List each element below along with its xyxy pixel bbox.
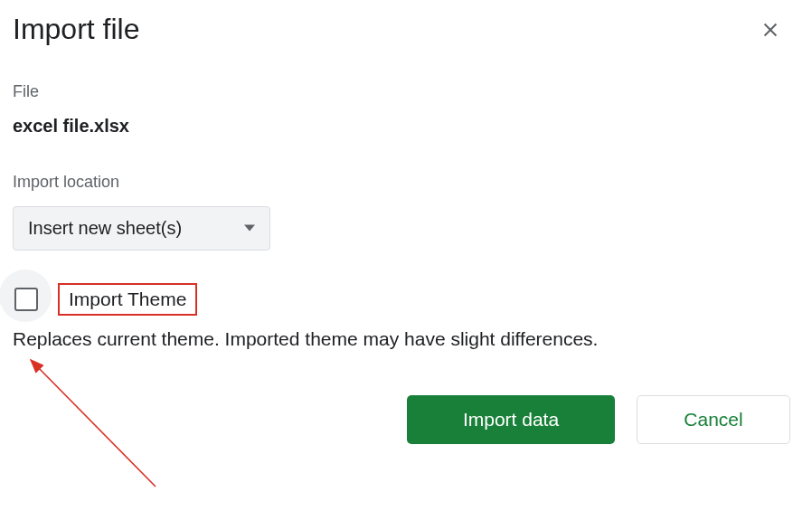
- close-button[interactable]: [760, 19, 781, 41]
- import-location-label: Import location: [13, 173, 799, 192]
- dialog-header: Import file: [13, 13, 799, 46]
- file-label: File: [13, 82, 799, 101]
- svg-marker-2: [244, 224, 255, 231]
- import-location-dropdown[interactable]: Insert new sheet(s): [13, 206, 270, 251]
- annotation-highlight-box: Import Theme: [58, 283, 197, 316]
- dropdown-selected-value: Insert new sheet(s): [28, 218, 182, 239]
- caret-down-icon: [244, 221, 255, 237]
- dialog-button-row: Import data Cancel: [13, 395, 799, 444]
- import-theme-label: Import Theme: [69, 289, 186, 309]
- dialog-title: Import file: [13, 13, 139, 46]
- import-data-button[interactable]: Import data: [407, 395, 615, 444]
- close-icon: [760, 20, 780, 40]
- file-name: excel file.xlsx: [13, 116, 799, 137]
- cancel-button[interactable]: Cancel: [637, 395, 790, 444]
- import-theme-checkbox[interactable]: [14, 288, 38, 311]
- import-theme-description: Replaces current theme. Imported theme m…: [13, 328, 799, 350]
- import-theme-row: Import Theme: [13, 283, 799, 316]
